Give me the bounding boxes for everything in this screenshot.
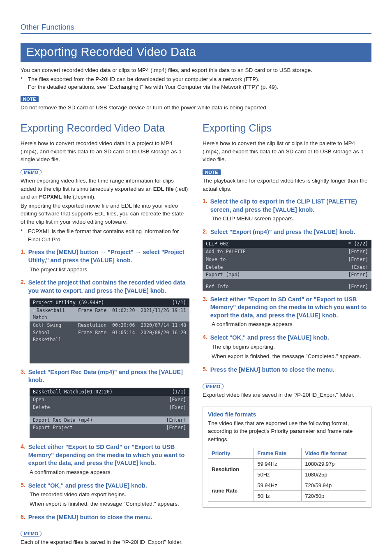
table-row: rame Rate 59.94Hz 720/59.94p xyxy=(208,480,366,490)
table-row: Resolution 59.94Hz 1080/29.97p xyxy=(208,458,366,469)
memo-tag: MEMO xyxy=(21,169,42,175)
project-menu-screenshot: Basketball Match16(01:02:20)(1/1) Open[E… xyxy=(30,388,189,438)
left-memo-2: By importing the exported movie file and… xyxy=(21,202,189,226)
right-bottom-memo: Exported video files are saved in the "/… xyxy=(203,391,371,399)
asterisk: * xyxy=(21,227,25,243)
left-memo-star: FCPXML is the file format that contains … xyxy=(28,227,189,243)
left-memo-1: When exporting video files, the time ran… xyxy=(21,177,189,201)
star-note-line2: For the detailed operations, see "Exchan… xyxy=(28,84,278,90)
th-format: Video file format xyxy=(302,448,366,458)
right-heading: Exporting Clips xyxy=(203,122,371,135)
note-tag: NOTE xyxy=(203,169,221,175)
step-number: 1. xyxy=(21,248,25,264)
step-5: 5. Select "OK," and press the [VALUE] kn… xyxy=(21,482,189,490)
memo-tag: MEMO xyxy=(21,531,42,536)
note-tag: NOTE xyxy=(21,96,39,102)
star-note-line1: The files exported from the P-20HD can b… xyxy=(28,76,260,82)
formats-title: Video file formats xyxy=(208,411,366,418)
step-2: 2. Select the project that contains the … xyxy=(21,279,189,295)
asterisk: * xyxy=(21,75,25,91)
note-text: Do not remove the SD card or USB storage… xyxy=(21,104,371,112)
left-bottom-memo: Each of the exported files is saved in t… xyxy=(21,538,189,546)
right-step-2: 2. Select "Export (mp4)" and press the [… xyxy=(203,228,371,236)
formats-box: Video file formats The video files that … xyxy=(203,407,371,508)
th-priority: Priority xyxy=(208,448,254,458)
right-step-4: 4. Select "OK," and press the [VALUE] kn… xyxy=(203,334,371,342)
running-head: Other Functions xyxy=(21,23,371,34)
right-column: Exporting Clips Here's how to convert th… xyxy=(203,122,371,547)
intro-text: You can convert recorded video data or c… xyxy=(21,66,371,74)
step-6: 6. Press the [MENU] button to close the … xyxy=(21,513,189,522)
step-text: Press the [MENU] button → "Project" → se… xyxy=(28,248,189,264)
project-utility-screenshot: Project Utility (59.94Hz)(1/1) Basketbal… xyxy=(30,298,189,363)
right-intro: Here's how to convert the clip list or c… xyxy=(203,139,371,164)
left-column: Exporting Recorded Video Data Here's how… xyxy=(21,122,189,547)
step-sub: A confirmation message appears. xyxy=(21,468,189,477)
step-3: 3. Select "Export Rec Data (mp4)" and pr… xyxy=(21,368,189,384)
memo-tag: MEMO xyxy=(203,384,224,389)
step-4: 4. Select either "Export to SD Card" or … xyxy=(21,443,189,467)
right-note: The playback time for exported video fil… xyxy=(203,177,371,193)
step-sub: The project list appears. xyxy=(21,266,189,274)
left-heading: Exporting Recorded Video Data xyxy=(21,122,189,135)
star-note-body: The files exported from the P-20HD can b… xyxy=(28,75,278,91)
formats-desc: The video files that are exported use th… xyxy=(208,419,366,444)
step-1: 1. Press the [MENU] button → "Project" →… xyxy=(21,248,189,264)
left-intro: Here's how to convert recorded video dat… xyxy=(21,139,189,164)
clip-menu-screenshot: CLIP-002* (2/2) Add to PALETTE[Enter] Mo… xyxy=(203,240,371,291)
page-title: Exporting Recorded Video Data xyxy=(21,43,371,62)
right-step-5: 5. Press the [MENU] button to close the … xyxy=(203,366,371,374)
formats-table: Priority Frame Rate Video file format Re… xyxy=(208,448,366,502)
right-step-3: 3. Select either "Export to SD Card" or … xyxy=(203,296,371,320)
right-step-1: 1. Select the clip to export in the CLIP… xyxy=(203,198,371,214)
th-framerate: Frame Rate xyxy=(254,448,302,458)
